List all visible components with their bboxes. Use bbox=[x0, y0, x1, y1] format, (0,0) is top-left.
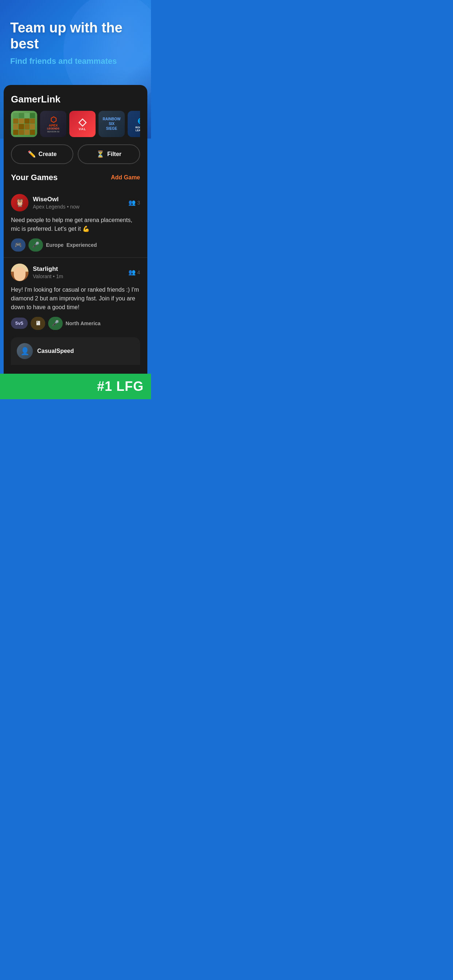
game-icon-siege[interactable]: RAINBOWSIXSIEGE bbox=[99, 111, 125, 137]
post-wiseowl-username: WiseOwl bbox=[33, 196, 80, 203]
post-starlight-tags: 5v5 🖥 🎤 North America bbox=[11, 317, 140, 330]
tag-monitor[interactable]: 🖥 bbox=[30, 317, 45, 330]
game-icons-row[interactable]: ⬡ APEX LEGENDS SEASON 02 ◇ VAL RAINBOWSI… bbox=[11, 111, 140, 137]
game-icon-minecraft[interactable] bbox=[11, 111, 37, 137]
filter-button[interactable]: ⏳ Filter bbox=[78, 145, 140, 164]
post-wiseowl-game-time: Apex Legends • now bbox=[33, 204, 80, 210]
post-starlight[interactable]: Starlight Valorant • 1m 👥 4 Hey! I'm loo… bbox=[11, 258, 140, 336]
filter-label: Filter bbox=[107, 151, 121, 158]
post-starlight-message: Hey! I'm looking for casual or ranked fr… bbox=[11, 285, 140, 312]
tag-experienced: Experienced bbox=[66, 242, 97, 248]
post-wiseowl[interactable]: 🦉 WiseOwl Apex Legends • now 👥 3 Need pe… bbox=[11, 188, 140, 258]
tag-starlight-mic[interactable]: 🎤 bbox=[48, 317, 63, 330]
lfg-text: #1 LFG bbox=[97, 379, 144, 394]
post-wiseowl-group-count: 👥 3 bbox=[128, 199, 140, 206]
group-icon-wiseowl: 👥 bbox=[128, 199, 136, 206]
section-header: Your Games Add Game bbox=[11, 173, 140, 182]
game-icon-rocket[interactable]: ⊕ ROCKETLEAGUE bbox=[128, 111, 140, 137]
post-starlight-game-time: Valorant • 1m bbox=[33, 274, 63, 279]
hero-title: Team up with the best bbox=[10, 20, 141, 52]
tag-europe: Europe bbox=[46, 242, 64, 248]
post-starlight-text-info: Starlight Valorant • 1m bbox=[33, 266, 63, 279]
group-icon-starlight: 👥 bbox=[128, 269, 136, 275]
game-icon-apex[interactable]: ⬡ APEX LEGENDS SEASON 02 bbox=[40, 111, 66, 137]
post-wiseowl-tags: 🎮 🎤 Europe Experienced bbox=[11, 239, 140, 251]
post-wiseowl-header: 🦉 WiseOwl Apex Legends • now 👥 3 bbox=[11, 194, 140, 212]
group-count-starlight: 4 bbox=[137, 269, 140, 275]
avatar-starlight bbox=[11, 264, 29, 281]
peek-avatar: 👤 bbox=[17, 343, 33, 359]
post-wiseowl-user-info: 🦉 WiseOwl Apex Legends • now bbox=[11, 194, 80, 212]
tag-north-america: North America bbox=[65, 320, 100, 326]
tag-5v5[interactable]: 5v5 bbox=[11, 318, 28, 329]
add-game-link[interactable]: Add Game bbox=[111, 174, 140, 181]
tag-playstation[interactable]: 🎮 bbox=[11, 239, 26, 251]
avatar-wiseowl: 🦉 bbox=[11, 194, 29, 212]
create-button[interactable]: ✏️ Create bbox=[11, 145, 73, 164]
hero-section: Team up with the best Find friends and t… bbox=[0, 0, 151, 78]
hero-subtitle: Find friends and teammates bbox=[10, 56, 141, 67]
tag-mic-on[interactable]: 🎤 bbox=[29, 239, 43, 251]
peek-username: CasualSpeed bbox=[37, 348, 74, 355]
your-games-title: Your Games bbox=[11, 173, 57, 182]
game-icon-valorant[interactable]: ◇ VAL bbox=[69, 111, 96, 137]
peek-card[interactable]: 👤 CasualSpeed bbox=[11, 337, 140, 365]
post-wiseowl-text-info: WiseOwl Apex Legends • now bbox=[33, 196, 80, 210]
post-starlight-header: Starlight Valorant • 1m 👥 4 bbox=[11, 264, 140, 281]
app-title: GamerLink bbox=[11, 94, 140, 105]
post-wiseowl-message: Need people to help me get arena placeme… bbox=[11, 216, 140, 233]
main-card: GamerLink bbox=[4, 85, 147, 374]
group-count-wiseowl: 3 bbox=[137, 200, 140, 205]
filter-icon: ⏳ bbox=[96, 150, 104, 158]
action-buttons: ✏️ Create ⏳ Filter bbox=[11, 145, 140, 164]
your-games-section: Your Games Add Game bbox=[11, 173, 140, 182]
post-starlight-user-info: Starlight Valorant • 1m bbox=[11, 264, 63, 281]
post-starlight-username: Starlight bbox=[33, 266, 63, 273]
create-label: Create bbox=[39, 151, 57, 158]
post-starlight-group-count: 👥 4 bbox=[128, 269, 140, 275]
create-icon: ✏️ bbox=[28, 150, 36, 158]
bottom-banner: #1 LFG bbox=[0, 374, 151, 399]
